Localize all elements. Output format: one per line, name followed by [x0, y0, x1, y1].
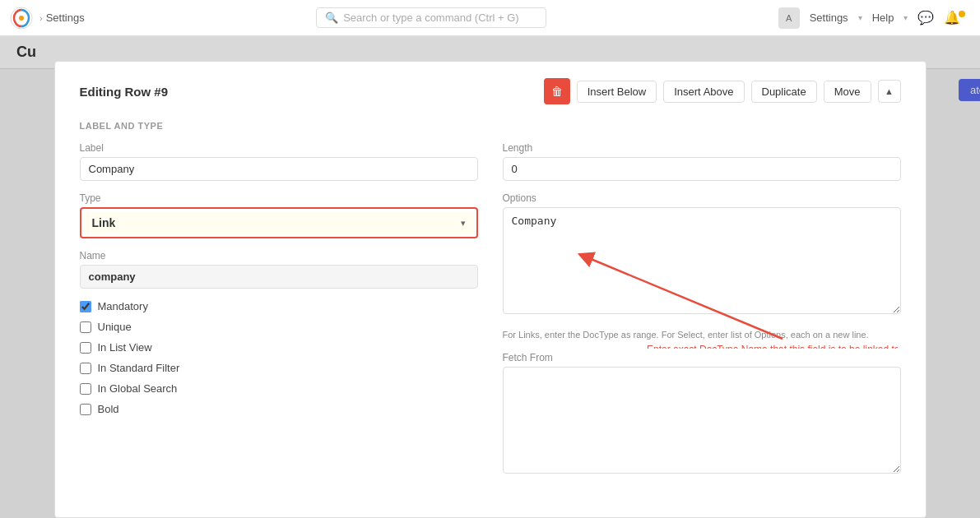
navbar: › Settings 🔍 Search or type a command (C…	[0, 0, 980, 36]
panel-title: Editing Row #9	[80, 85, 534, 99]
mandatory-checkbox-group: Mandatory	[80, 300, 478, 312]
type-select[interactable]: Link Data Int Float Currency Date Select…	[84, 211, 474, 234]
bold-checkbox[interactable]	[80, 404, 91, 415]
help-nav-btn[interactable]: Help	[872, 12, 894, 24]
insert-above-button[interactable]: Insert Above	[663, 81, 744, 103]
in-standard-filter-checkbox-group: In Standard Filter	[80, 362, 478, 374]
notification-area: 🔔	[944, 10, 970, 25]
mandatory-checkbox[interactable]	[80, 301, 91, 312]
type-field-label: Type	[80, 192, 478, 204]
move-up-button[interactable]: ▲	[878, 80, 901, 103]
page-background: Cu ate Editing Row #9 🗑 Insert Below Ins…	[0, 36, 980, 518]
in-global-search-checkbox[interactable]	[80, 383, 91, 395]
in-list-view-label: In List View	[98, 341, 152, 354]
notification-dot	[959, 11, 965, 17]
left-column: Label Type Link Data Int	[80, 142, 478, 488]
up-arrow-icon: ▲	[885, 86, 894, 96]
right-column: Length Options Company	[503, 142, 901, 488]
duplicate-button[interactable]: Duplicate	[751, 81, 817, 103]
in-list-view-checkbox-group: In List View	[80, 341, 478, 354]
fetch-from-label: Fetch From	[503, 352, 901, 363]
chat-icon[interactable]: 💬	[917, 10, 934, 25]
in-standard-filter-checkbox[interactable]	[80, 363, 91, 374]
unique-checkbox[interactable]	[80, 321, 91, 333]
length-field-label: Length	[503, 142, 901, 154]
delete-button[interactable]: 🗑	[544, 78, 570, 104]
search-icon: 🔍	[325, 12, 338, 24]
bold-checkbox-group: Bold	[80, 403, 478, 415]
label-field-group: Label	[80, 142, 478, 181]
svg-point-1	[19, 16, 24, 21]
svg-text:Enter exact DocType Name that : Enter exact DocType Name that this field…	[647, 344, 898, 349]
search-box[interactable]: 🔍 Search or type a command (Ctrl + G)	[316, 7, 546, 28]
panel-actions: 🗑 Insert Below Insert Above Duplicate Mo…	[544, 78, 901, 104]
options-textarea[interactable]: Company	[503, 207, 901, 314]
length-input[interactable]	[503, 157, 901, 181]
search-area: 🔍 Search or type a command (Ctrl + G)	[91, 7, 772, 28]
fetch-from-field-group: Fetch From	[503, 352, 901, 476]
insert-below-button[interactable]: Insert Below	[577, 81, 657, 103]
options-hint: For Links, enter the DocType as range. F…	[503, 328, 901, 342]
unique-checkbox-group: Unique	[80, 321, 478, 333]
unique-label: Unique	[98, 321, 132, 333]
settings-nav-btn[interactable]: Settings	[810, 12, 848, 24]
label-input[interactable]	[80, 157, 478, 181]
in-global-search-label: In Global Search	[98, 382, 178, 395]
name-field-group: Name company	[80, 250, 478, 289]
in-global-search-checkbox-group: In Global Search	[80, 382, 478, 395]
move-button[interactable]: Move	[824, 81, 871, 103]
section-label: LABEL AND TYPE	[80, 121, 901, 131]
in-standard-filter-label: In Standard Filter	[98, 362, 180, 374]
avatar[interactable]: A	[778, 7, 800, 29]
breadcrumb: › Settings	[39, 12, 85, 24]
name-field-label: Name	[80, 250, 478, 261]
trash-icon: 🗑	[551, 85, 563, 98]
type-select-wrapper: Link Data Int Float Currency Date Select…	[80, 207, 478, 238]
app-logo[interactable]	[10, 7, 33, 30]
navbar-right: A Settings ▾ Help ▾ 💬 🔔	[778, 7, 970, 29]
search-placeholder: Search or type a command (Ctrl + G)	[343, 12, 519, 24]
editing-panel: Editing Row #9 🗑 Insert Below Insert Abo…	[54, 61, 927, 518]
modal-overlay: Editing Row #9 🗑 Insert Below Insert Abo…	[0, 36, 980, 518]
form-columns: Label Type Link Data Int	[80, 142, 901, 488]
help-dropdown-icon: ▾	[903, 13, 908, 22]
fetch-from-textarea[interactable]	[503, 367, 901, 474]
in-list-view-checkbox[interactable]	[80, 342, 91, 354]
breadcrumb-settings[interactable]: Settings	[46, 12, 85, 24]
panel-header: Editing Row #9 🗑 Insert Below Insert Abo…	[80, 78, 901, 104]
name-display: company	[80, 265, 478, 289]
options-field-group: Options Company	[503, 192, 901, 317]
type-field-group: Type Link Data Int Float Currency Date	[80, 192, 478, 238]
bold-label: Bold	[98, 403, 119, 415]
length-field-group: Length	[503, 142, 901, 181]
mandatory-label: Mandatory	[98, 300, 148, 312]
settings-dropdown-icon: ▾	[858, 13, 862, 22]
label-field-label: Label	[80, 142, 478, 154]
type-select-inner: Link Data Int Float Currency Date Select…	[84, 211, 474, 234]
breadcrumb-chevron: ›	[39, 13, 43, 23]
options-field-label: Options	[503, 192, 901, 204]
